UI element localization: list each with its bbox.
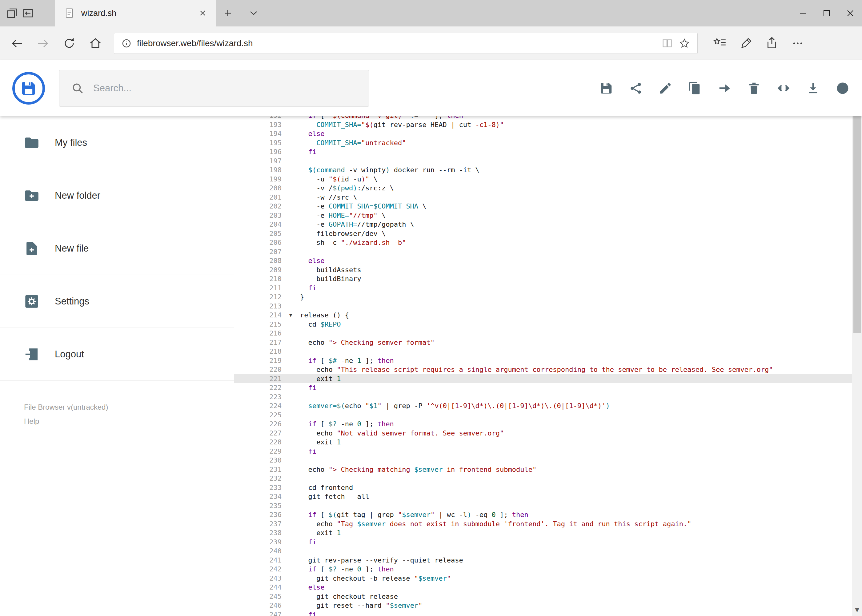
download-button[interactable] xyxy=(805,80,821,97)
code-line-209[interactable]: 209 buildAssets xyxy=(234,266,852,275)
code-line-228[interactable]: 228 exit 1 xyxy=(234,438,852,447)
more-menu-button[interactable] xyxy=(787,33,808,53)
close-tab-icon[interactable] xyxy=(196,6,210,20)
code-line-244[interactable]: 244 else xyxy=(234,583,852,592)
code-line-221[interactable]: 221 exit 1 xyxy=(234,374,852,383)
code-line-238[interactable]: 238 exit 1 xyxy=(234,528,852,537)
move-button[interactable] xyxy=(716,80,733,97)
code-line-219[interactable]: 219 if [ $# -ne 1 ]; then xyxy=(234,356,852,365)
set-tabs-aside-button[interactable] xyxy=(4,6,20,21)
code-line-233[interactable]: 233 cd frontend xyxy=(234,483,852,492)
code-line-208[interactable]: 208 else xyxy=(234,256,852,266)
home-button[interactable] xyxy=(86,34,105,53)
new-tab-button[interactable] xyxy=(219,6,236,21)
fold-arrow-icon[interactable]: ▾ xyxy=(289,311,292,320)
minimize-button[interactable] xyxy=(791,0,815,27)
code-line-239[interactable]: 239 fi xyxy=(234,537,852,547)
code-line-199[interactable]: 199 -u "$(id -u)" \ xyxy=(234,175,852,184)
hub-favorites-button[interactable] xyxy=(709,33,731,53)
code-line-229[interactable]: 229 fi xyxy=(234,447,852,456)
forward-button[interactable] xyxy=(34,34,52,53)
code-line-214[interactable]: 214▾release () { xyxy=(234,311,852,320)
code-line-223[interactable]: 223 xyxy=(234,393,852,402)
page-info-icon[interactable] xyxy=(120,36,133,50)
save-button[interactable] xyxy=(598,80,615,97)
code-line-192[interactable]: 192 if [ "$(command -v git)" != "" ]; th… xyxy=(234,116,852,120)
code-line-234[interactable]: 234 git fetch --all xyxy=(234,492,852,501)
add-favorite-star-icon[interactable] xyxy=(676,35,693,52)
code-line-211[interactable]: 211 fi xyxy=(234,284,852,293)
copy-button[interactable] xyxy=(687,80,703,97)
code-line-227[interactable]: 227 echo "Not valid semver format. See s… xyxy=(234,429,852,438)
code-editor[interactable]: 192 if [ "$(command -v git)" != "" ]; th… xyxy=(234,116,852,616)
code-line-231[interactable]: 231 echo "> Checking matching $semver in… xyxy=(234,465,852,474)
code-line-242[interactable]: 242 if [ $? -ne 0 ]; then xyxy=(234,565,852,574)
code-line-197[interactable]: 197 xyxy=(234,157,852,166)
code-line-225[interactable]: 225 xyxy=(234,410,852,420)
code-line-232[interactable]: 232 xyxy=(234,474,852,483)
sidebar-item-my-files[interactable]: My files xyxy=(0,116,234,169)
help-link[interactable]: Help xyxy=(24,417,234,426)
sidebar-item-settings[interactable]: Settings xyxy=(0,275,234,328)
code-line-241[interactable]: 241 git rev-parse --verify --quiet relea… xyxy=(234,556,852,565)
code-line-203[interactable]: 203 -e HOME="//tmp" \ xyxy=(234,211,852,220)
code-line-222[interactable]: 222 fi xyxy=(234,383,852,393)
code-line-218[interactable]: 218 xyxy=(234,347,852,356)
code-line-204[interactable]: 204 -e GOPATH=//tmp/gopath \ xyxy=(234,220,852,229)
code-line-220[interactable]: 220 echo "This release script requires a… xyxy=(234,365,852,374)
code-line-195[interactable]: 195 COMMIT_SHA="untracked" xyxy=(234,138,852,148)
sidebar-item-new-folder[interactable]: New folder xyxy=(0,169,234,222)
close-window-button[interactable] xyxy=(838,0,862,27)
maximize-button[interactable] xyxy=(815,0,838,27)
code-line-207[interactable]: 207 xyxy=(234,247,852,256)
code-line-224[interactable]: 224 semver=$(echo "$1" | grep -P '^v(0|[… xyxy=(234,401,852,410)
code-line-196[interactable]: 196 fi xyxy=(234,147,852,157)
code-line-194[interactable]: 194 else xyxy=(234,129,852,138)
code-line-200[interactable]: 200 -v /$(pwd):/src:z \ xyxy=(234,184,852,193)
code-line-235[interactable]: 235 xyxy=(234,501,852,511)
code-line-236[interactable]: 236 if [ $(git tag | grep "$semver" | wc… xyxy=(234,510,852,519)
code-line-206[interactable]: 206 sh -c "./wizard.sh -b" xyxy=(234,238,852,247)
code-line-212[interactable]: 212} xyxy=(234,292,852,302)
code-line-243[interactable]: 243 git checkout -b release "$semver" xyxy=(234,574,852,583)
delete-icon xyxy=(747,81,761,95)
code-line-226[interactable]: 226 if [ $? -ne 0 ]; then xyxy=(234,420,852,429)
page-scrollbar[interactable]: ▲ ▼ xyxy=(852,60,862,616)
code-button[interactable] xyxy=(775,80,792,97)
share-page-button[interactable] xyxy=(761,33,783,53)
code-line-245[interactable]: 245 git checkout release xyxy=(234,592,852,601)
edit-button[interactable] xyxy=(657,80,674,97)
code-line-198[interactable]: 198 $(command -v winpty) docker run --rm… xyxy=(234,165,852,175)
code-line-202[interactable]: 202 -e COMMIT_SHA=$COMMIT_SHA \ xyxy=(234,202,852,211)
code-line-246[interactable]: 246 git reset --hard "$semver" xyxy=(234,601,852,610)
reading-view-icon[interactable] xyxy=(659,35,676,52)
code-line-216[interactable]: 216 xyxy=(234,329,852,338)
code-line-210[interactable]: 210 buildBinary xyxy=(234,274,852,284)
save-icon xyxy=(599,81,613,95)
code-line-193[interactable]: 193 COMMIT_SHA="$(git rev-parse HEAD | c… xyxy=(234,120,852,129)
line-number: 214▾ xyxy=(234,311,293,320)
code-line-240[interactable]: 240 xyxy=(234,547,852,556)
code-line-247[interactable]: 247 fi xyxy=(234,610,852,616)
web-note-pen-button[interactable] xyxy=(735,33,757,53)
code-line-213[interactable]: 213 xyxy=(234,302,852,311)
browser-tab[interactable]: wizard.sh xyxy=(55,0,216,27)
code-line-230[interactable]: 230 xyxy=(234,456,852,465)
tab-previews-button[interactable] xyxy=(245,6,262,21)
scroll-down-arrow-icon[interactable]: ▼ xyxy=(852,604,862,615)
url-field[interactable]: filebrowser.web/files/wizard.sh xyxy=(114,33,698,54)
share-button[interactable] xyxy=(627,80,644,97)
code-line-205[interactable]: 205 filebrowser/dev \ xyxy=(234,229,852,238)
back-button[interactable] xyxy=(8,34,26,53)
delete-button[interactable] xyxy=(746,80,762,97)
sidebar-item-logout[interactable]: Logout xyxy=(0,328,234,381)
code-line-215[interactable]: 215 cd $REPO xyxy=(234,320,852,329)
code-line-201[interactable]: 201 -w //src \ xyxy=(234,193,852,202)
code-line-217[interactable]: 217 echo "> Checking semver format" xyxy=(234,338,852,347)
search-input[interactable]: Search... xyxy=(59,70,369,107)
refresh-button[interactable] xyxy=(60,34,79,53)
code-line-237[interactable]: 237 echo "Tag $semver does not exist in … xyxy=(234,519,852,529)
sidebar-item-new-file[interactable]: New file xyxy=(0,222,234,275)
info-button[interactable] xyxy=(834,80,851,97)
tabs-aside-button[interactable] xyxy=(20,6,36,21)
